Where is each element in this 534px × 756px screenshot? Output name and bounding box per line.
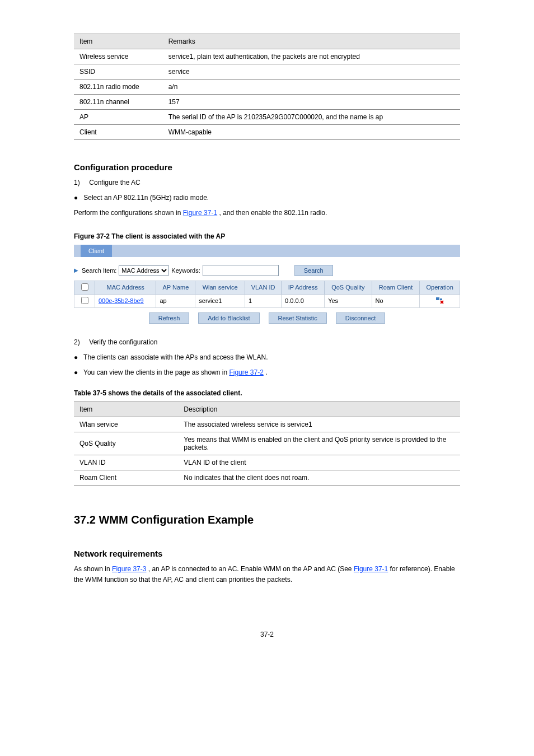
cell: 157 <box>163 95 460 110</box>
tab-bar: Client <box>74 245 460 257</box>
page-number: 37-2 <box>0 631 534 638</box>
h2-heading: 37.2 WMM Configuration Example <box>74 514 460 526</box>
bullet: ● You can view the clients in the page a… <box>74 367 460 378</box>
arrow-icon: ▶ <box>74 267 78 273</box>
table-caption: Table 37-5 shows the details of the asso… <box>74 389 460 397</box>
th-roam[interactable]: Roam Client <box>372 281 420 294</box>
cell: Wlan service <box>74 417 178 432</box>
bullet-dot: ● <box>74 368 78 376</box>
table-row: 000e-35b2-8be9 ap service1 1 0.0.0.0 Yes… <box>74 294 460 307</box>
bullet-text: You can view the clients in the page as … <box>83 368 229 376</box>
disconnect-icon[interactable] <box>436 297 444 304</box>
section-heading: Configuration procedure <box>74 162 460 172</box>
cell-wlan: service1 <box>195 294 245 307</box>
cell: Roam Client <box>74 470 178 486</box>
paragraph: As shown in Figure 37-3 , an AP is conne… <box>74 564 460 585</box>
cell-vlan: 1 <box>245 294 281 307</box>
cell: QoS Quality <box>74 432 178 455</box>
cell: Wireless service <box>74 49 163 64</box>
bullet-tail: . <box>265 368 267 376</box>
cell-ap: ap <box>156 294 195 307</box>
bullet: ● The clients can associate with the APs… <box>74 352 460 363</box>
text: , an AP is connected to an AC. Enable WM… <box>148 565 354 573</box>
step-2: 2) Verify the configuration <box>74 337 460 348</box>
cell: a/n <box>163 80 460 95</box>
step-text: Verify the configuration <box>89 338 157 346</box>
tab-client[interactable]: Client <box>81 245 112 257</box>
bullet: ● Select an AP 802.11n (5GHz) radio mode… <box>74 193 460 203</box>
cell: 802.11n channel <box>74 95 163 110</box>
th-ip[interactable]: IP Address <box>282 281 325 294</box>
th-apname[interactable]: AP Name <box>156 281 195 294</box>
cell: The serial ID of the AP is 210235A29G007… <box>163 110 460 125</box>
search-button[interactable]: Search <box>294 265 333 276</box>
search-item-label: Search Item: <box>82 267 116 274</box>
step-text: Configure the AC <box>89 179 140 186</box>
svg-rect-0 <box>436 297 439 300</box>
mac-link[interactable]: 000e-35b2-8be9 <box>99 297 144 304</box>
text: , and then enable the 802.11n radio. <box>219 209 327 217</box>
subsection-heading: Network requirements <box>74 549 460 558</box>
reset-stat-button[interactable]: Reset Statistic <box>269 312 327 324</box>
cell-ip: 0.0.0.0 <box>282 294 325 307</box>
th-item: Item <box>74 34 163 49</box>
row-checkbox[interactable] <box>81 297 88 304</box>
cell: SSID <box>74 64 163 80</box>
text: As shown in <box>74 565 112 573</box>
svg-rect-1 <box>440 298 442 300</box>
add-blacklist-button[interactable]: Add to Blacklist <box>198 312 259 324</box>
remarks-table: Item Remarks Wireless serviceservice1, p… <box>74 34 460 140</box>
search-item-select[interactable]: MAC Address <box>119 265 169 276</box>
cell-roam: No <box>372 294 420 307</box>
client-grid: MAC Address AP Name Wlan service VLAN ID… <box>74 281 460 308</box>
step-1: 1) Configure the AC <box>74 178 460 188</box>
cell: VLAN ID <box>74 455 178 470</box>
th-vlan[interactable]: VLAN ID <box>245 281 281 294</box>
bullet-text: Select an AP 802.11n (5GHz) radio mode. <box>83 194 209 202</box>
figure-link[interactable]: Figure 37-1 <box>183 209 217 217</box>
refresh-button[interactable]: Refresh <box>149 312 190 324</box>
cell: The associated wireless service is servi… <box>178 417 460 432</box>
cell: 802.11n radio mode <box>74 80 163 95</box>
th-wlan[interactable]: Wlan service <box>195 281 245 294</box>
th-desc: Description <box>178 402 460 417</box>
step-num: 1) <box>74 179 80 186</box>
th-qos[interactable]: QoS Quality <box>325 281 372 294</box>
cell: service1, plain text authentication, the… <box>163 49 460 64</box>
cell-op <box>420 294 460 307</box>
figure-link[interactable]: Figure 37-1 <box>354 565 388 573</box>
bullet-text: The clients can associate with the APs a… <box>83 353 268 361</box>
keywords-label: Keywords: <box>171 267 200 274</box>
select-all-checkbox[interactable] <box>81 283 88 291</box>
cell: WMM-capable <box>163 125 460 140</box>
cell: No indicates that the client does not ro… <box>178 470 460 486</box>
figure-link[interactable]: Figure 37-3 <box>112 565 146 573</box>
text: Perform the configurations shown in <box>74 209 183 217</box>
button-row: Refresh Add to Blacklist Reset Statistic… <box>74 312 460 324</box>
th-checkbox <box>74 281 95 294</box>
step-num: 2) <box>74 338 80 346</box>
keywords-input[interactable] <box>203 265 279 276</box>
figure-link[interactable]: Figure 37-2 <box>229 368 263 376</box>
cell: Yes means that WMM is enabled on the cli… <box>178 432 460 455</box>
search-toolbar: ▶ Search Item: MAC Address Keywords: Sea… <box>74 265 460 276</box>
bullet-dot: ● <box>74 194 78 202</box>
th-remarks: Remarks <box>163 34 460 49</box>
cell: Client <box>74 125 163 140</box>
disconnect-button[interactable]: Disconnect <box>336 312 385 324</box>
bullet-dot: ● <box>74 353 78 361</box>
th-item: Item <box>74 402 178 417</box>
figure-caption: Figure 37-2 The client is associated wit… <box>74 232 460 240</box>
figure-client-list: Client ▶ Search Item: MAC Address Keywor… <box>74 245 460 324</box>
client-details-table: Item Description Wlan serviceThe associa… <box>74 402 460 486</box>
th-mac[interactable]: MAC Address <box>95 281 156 294</box>
cell: service <box>163 64 460 80</box>
th-op: Operation <box>420 281 460 294</box>
paragraph: Perform the configurations shown in Figu… <box>74 208 460 218</box>
cell-qos: Yes <box>325 294 372 307</box>
cell: VLAN ID of the client <box>178 455 460 470</box>
cell: AP <box>74 110 163 125</box>
